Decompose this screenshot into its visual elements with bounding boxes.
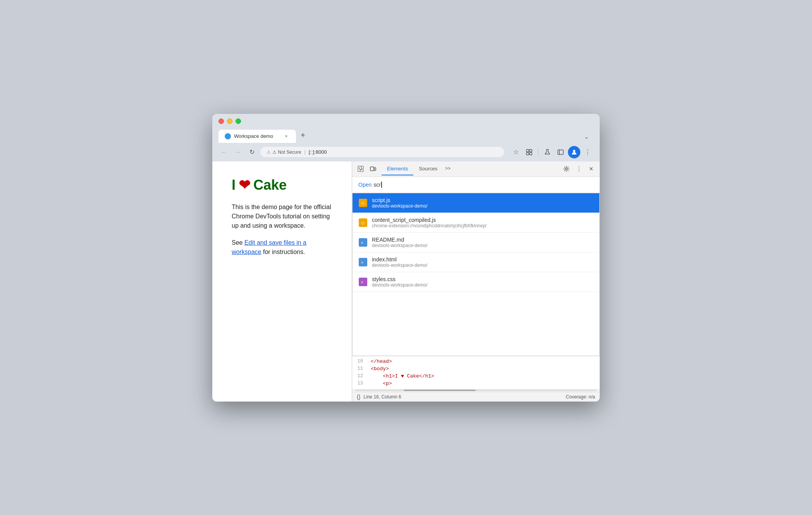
toolbar-divider <box>538 148 538 156</box>
tab-elements[interactable]: Elements <box>382 163 413 175</box>
file-path: devtools-workspace-demo/ <box>372 263 427 268</box>
browser-window: 🌐 Workspace demo × + ⌄ ← → ↻ ⚠ ⚠ Not Sec… <box>212 114 600 402</box>
page-content: I ❤ Cake This is the demo page for the o… <box>212 161 352 402</box>
devtools-header: Elements Sources >> ⋮ × <box>352 161 600 177</box>
file-name: index.html <box>372 256 427 263</box>
svg-point-6 <box>573 150 575 152</box>
warning-icon: ⚠ <box>267 149 271 155</box>
tabs-bar: 🌐 Workspace demo × + ⌄ <box>218 128 594 143</box>
forward-button[interactable]: → <box>232 147 243 158</box>
sidebar-toggle-button[interactable] <box>555 146 566 158</box>
ext-icon: {} <box>360 220 366 225</box>
devtools-tabs: Elements Sources >> <box>382 163 453 175</box>
inspector-button[interactable] <box>355 163 366 174</box>
line-content: <p> <box>368 381 600 386</box>
file-name: script.js <box>372 197 427 203</box>
file-name: README.md <box>372 237 427 243</box>
heading-cake: Cake <box>253 177 287 193</box>
file-info: styles.css devtools-workspace-demo/ <box>372 276 427 288</box>
profile-button[interactable] <box>568 146 580 158</box>
settings-icon <box>563 166 569 172</box>
devtools-more-button[interactable]: ⋮ <box>573 163 584 174</box>
line-number: 11 <box>352 366 368 371</box>
status-bar: {} Line 16, Column 6 Coverage: n/a <box>352 392 600 402</box>
svg-text:≡: ≡ <box>361 241 363 245</box>
file-path: chrome-extension://noondiphcddnnabmjcihc… <box>372 223 487 228</box>
svg-rect-4 <box>558 150 563 154</box>
line-number: 12 <box>352 373 368 379</box>
device-icon <box>370 166 376 172</box>
tab-close-button[interactable]: × <box>283 133 290 140</box>
css-icon: # <box>360 279 366 285</box>
file-results-list: {} script.js devtools-workspace-demo/ {} <box>352 193 600 356</box>
svg-rect-3 <box>530 153 532 155</box>
page-paragraph-1: This is the demo page for the official C… <box>232 203 332 230</box>
url-text: [::]:8000 <box>309 149 327 155</box>
search-prompt: Open scr <box>358 182 594 188</box>
html-icon: ≡ <box>360 259 366 265</box>
scrollbar-thumb[interactable] <box>404 390 476 391</box>
tab-sources[interactable]: Sources <box>413 163 443 175</box>
scrollbar-area[interactable] <box>352 389 600 392</box>
file-result-item[interactable]: {} script.js devtools-workspace-demo/ <box>353 193 599 213</box>
title-bar: 🌐 Workspace demo × + ⌄ <box>212 114 600 143</box>
devtools-settings-button[interactable] <box>561 163 572 174</box>
code-editor: 10 </head> 11 <body> 12 <h1>I ♥ Cake</h1… <box>352 356 600 389</box>
heart-emoji: ❤ <box>239 177 250 193</box>
security-label: ⚠ Not Secure <box>272 149 301 155</box>
status-line-col: Line 16, Column 6 <box>363 394 401 400</box>
search-text: scr <box>373 182 381 188</box>
file-icon-ext: {} <box>359 218 367 227</box>
minimize-button[interactable] <box>227 118 232 124</box>
svg-rect-2 <box>526 153 529 155</box>
svg-rect-8 <box>370 167 374 171</box>
tab-dropdown-button[interactable]: ⌄ <box>580 130 594 143</box>
devtools-close-button[interactable]: × <box>586 163 597 174</box>
bookmark-button[interactable]: ☆ <box>510 146 522 158</box>
svg-point-10 <box>566 168 568 170</box>
file-result-item[interactable]: ≡ index.html devtools-workspace-demo/ <box>353 252 599 272</box>
more-button[interactable]: ⋮ <box>582 146 594 158</box>
status-left: {} Line 16, Column 6 <box>357 394 401 400</box>
file-icon-md: ≡ <box>359 238 367 247</box>
file-info: README.md devtools-workspace-demo/ <box>372 237 427 248</box>
lab-button[interactable] <box>542 146 553 158</box>
back-button[interactable]: ← <box>218 147 229 158</box>
svg-rect-0 <box>526 149 529 152</box>
devtools-resize-handle[interactable] <box>351 161 353 402</box>
svg-rect-1 <box>530 149 532 152</box>
svg-text:{}: {} <box>361 202 365 205</box>
tab-more-button[interactable]: >> <box>443 163 453 175</box>
status-coverage: Coverage: n/a <box>566 394 595 400</box>
heading-i: I <box>232 177 236 193</box>
js-icon: {} <box>360 200 366 206</box>
url-bar[interactable]: ⚠ ⚠ Not Secure | [::]:8000 <box>260 147 504 157</box>
file-path: devtools-workspace-demo/ <box>372 282 427 288</box>
svg-rect-9 <box>374 168 376 170</box>
lab-icon <box>544 149 551 155</box>
file-result-item[interactable]: ≡ README.md devtools-workspace-demo/ <box>353 233 599 252</box>
line-content: </head> <box>368 359 600 364</box>
device-toggle-button[interactable] <box>368 163 378 174</box>
extensions-icon <box>526 149 532 155</box>
devtools-panel: Elements Sources >> ⋮ × <box>352 161 600 402</box>
file-name: styles.css <box>372 276 427 282</box>
main-area: I ❤ Cake This is the demo page for the o… <box>212 161 600 402</box>
active-tab[interactable]: 🌐 Workspace demo × <box>218 130 296 143</box>
open-label: Open <box>358 182 372 188</box>
line-content: <body> <box>368 366 600 372</box>
url-separator: | <box>304 149 305 155</box>
code-line: 11 <body> <box>352 365 600 373</box>
sidebar-icon <box>557 149 564 155</box>
new-tab-button[interactable]: + <box>296 128 310 143</box>
maximize-button[interactable] <box>236 118 241 124</box>
code-line: 10 </head> <box>352 358 600 365</box>
format-icon[interactable]: {} <box>357 394 360 400</box>
code-line: 12 <h1>I ♥ Cake</h1> <box>352 373 600 380</box>
file-result-item[interactable]: {} content_script_compiled.js chrome-ext… <box>353 213 599 233</box>
text-cursor <box>381 182 382 188</box>
reload-button[interactable]: ↻ <box>246 147 257 158</box>
file-result-item[interactable]: # styles.css devtools-workspace-demo/ <box>353 272 599 292</box>
close-button[interactable] <box>218 118 224 124</box>
extensions-button[interactable] <box>523 146 535 158</box>
